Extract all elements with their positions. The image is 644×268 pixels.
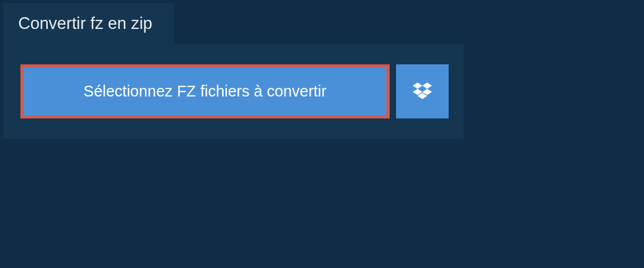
button-row: Sélectionnez FZ fichiers à convertir bbox=[20, 64, 449, 118]
dropbox-button[interactable] bbox=[396, 64, 449, 118]
select-files-label: Sélectionnez FZ fichiers à convertir bbox=[84, 83, 327, 100]
select-files-button[interactable]: Sélectionnez FZ fichiers à convertir bbox=[20, 64, 390, 118]
page-title-tab: Convertir fz en zip bbox=[3, 3, 174, 44]
action-panel: Sélectionnez FZ fichiers à convertir bbox=[3, 44, 464, 139]
dropbox-icon bbox=[413, 83, 432, 101]
page-title: Convertir fz en zip bbox=[18, 14, 152, 33]
converter-panel: Convertir fz en zip Sélectionnez FZ fich… bbox=[0, 0, 644, 139]
